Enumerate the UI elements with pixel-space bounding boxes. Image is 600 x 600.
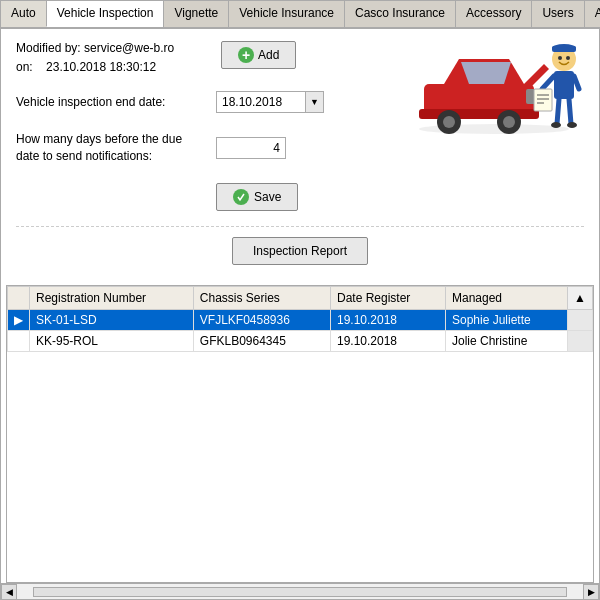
svg-line-15	[569, 99, 571, 124]
scroll-right-button[interactable]: ▶	[583, 584, 599, 600]
tab-bar: Auto Vehicle Inspection Vignette Vehicle…	[0, 0, 600, 28]
cell-managed-2: Jolie Christine	[445, 330, 567, 351]
svg-line-13	[574, 76, 579, 89]
table-header-row: Registration Number Chassis Series Date …	[8, 286, 593, 309]
on-value: 23.10.2018 18:30:12	[46, 60, 156, 74]
modified-label: Modified by:	[16, 41, 81, 55]
cell-date-2: 19.10.2018	[330, 330, 445, 351]
tab-accessory[interactable]: Accessory	[455, 0, 531, 27]
col-reg-number[interactable]: Registration Number	[30, 286, 194, 309]
scroll-left-button[interactable]: ◀	[1, 584, 17, 600]
col-scroll: ▲	[568, 286, 593, 309]
scroll-track[interactable]	[33, 587, 567, 597]
svg-point-6	[443, 116, 455, 128]
report-btn-wrapper: Inspection Report	[16, 237, 584, 265]
cell-chassis-2: GFKLB0964345	[193, 330, 330, 351]
col-indicator	[8, 286, 30, 309]
cell-chassis-1: VFJLKF0458936	[193, 309, 330, 330]
svg-rect-18	[534, 89, 552, 111]
date-input-wrapper: ▼	[216, 91, 324, 113]
end-date-input[interactable]	[216, 91, 306, 113]
svg-point-4	[503, 116, 515, 128]
tab-casco-insurance[interactable]: Casco Insurance	[344, 0, 455, 27]
col-managed[interactable]: Managed	[445, 286, 567, 309]
row-indicator-1: ▶	[8, 309, 30, 330]
cell-scroll-2	[568, 330, 593, 351]
tab-vehicle-insurance[interactable]: Vehicle Insurance	[228, 0, 344, 27]
svg-point-17	[567, 122, 577, 128]
cell-managed-1: Sophie Juliette	[445, 309, 567, 330]
cell-date-1: 19.10.2018	[330, 309, 445, 330]
save-icon	[233, 189, 249, 205]
svg-rect-10	[552, 46, 576, 52]
car-illustration	[414, 34, 589, 142]
svg-point-22	[558, 56, 562, 60]
cell-scroll-1	[568, 309, 593, 330]
on-label: on:	[16, 60, 33, 74]
tab-vignette[interactable]: Vignette	[163, 0, 228, 27]
inspection-table: Registration Number Chassis Series Date …	[7, 286, 593, 352]
save-button-label: Save	[254, 190, 281, 204]
cell-reg-2: KK-95-ROL	[30, 330, 194, 351]
plus-icon: +	[238, 47, 254, 63]
row-indicator-2	[8, 330, 30, 351]
add-button[interactable]: + Add	[221, 41, 296, 69]
add-button-label: Add	[258, 48, 279, 62]
date-dropdown-arrow[interactable]: ▼	[306, 91, 324, 113]
svg-line-12	[542, 76, 554, 89]
col-chassis[interactable]: Chassis Series	[193, 286, 330, 309]
svg-rect-2	[419, 109, 539, 119]
save-button[interactable]: Save	[216, 183, 298, 211]
cell-reg-1: SK-01-LSD	[30, 309, 194, 330]
svg-rect-11	[554, 71, 574, 99]
tab-auto[interactable]: Auto	[0, 0, 46, 27]
col-date-register[interactable]: Date Register	[330, 286, 445, 309]
svg-point-23	[566, 56, 570, 60]
end-date-label: Vehicle inspection end date:	[16, 95, 216, 109]
svg-line-14	[557, 99, 559, 124]
tab-users[interactable]: Users	[531, 0, 583, 27]
modified-value: service@we-b.ro	[84, 41, 174, 55]
main-content: Modified by: service@we-b.ro on: 23.10.2…	[0, 28, 600, 600]
table-container: Registration Number Chassis Series Date …	[6, 285, 594, 583]
inspection-report-button[interactable]: Inspection Report	[232, 237, 368, 265]
notify-label: How many days before the due date to sen…	[16, 131, 216, 165]
table-row[interactable]: ▶ SK-01-LSD VFJLKF0458936 19.10.2018 Sop…	[8, 309, 593, 330]
section-divider	[16, 226, 584, 227]
table-row[interactable]: KK-95-ROL GFKLB0964345 19.10.2018 Jolie …	[8, 330, 593, 351]
notify-days-input[interactable]	[216, 137, 286, 159]
tab-about[interactable]: About	[584, 0, 600, 27]
svg-point-24	[235, 191, 247, 203]
tab-vehicle-inspection[interactable]: Vehicle Inspection	[46, 0, 164, 27]
svg-point-16	[551, 122, 561, 128]
horizontal-scrollbar: ◀ ▶	[1, 583, 599, 599]
form-area: Modified by: service@we-b.ro on: 23.10.2…	[1, 29, 599, 285]
